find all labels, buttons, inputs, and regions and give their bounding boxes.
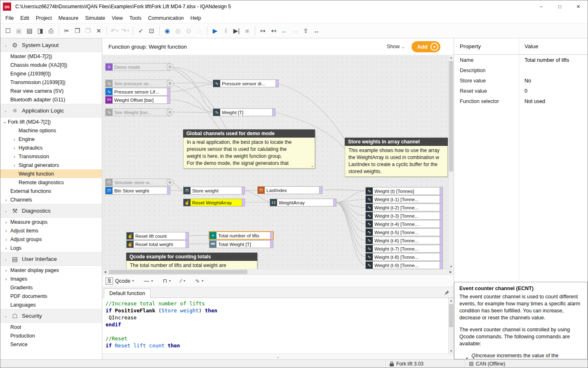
scroll-track[interactable] [108, 270, 448, 274]
stop-button[interactable]: ■ [242, 26, 252, 36]
channel-reset-weightarray[interactable]: ☝Reset WeightArray [183, 199, 245, 206]
measure-pause-button[interactable]: ◎ [173, 26, 183, 36]
navigate-forward-button[interactable]: → [290, 26, 300, 36]
sidebar-item-master-md4-7-2[interactable]: Master (MD4-7[2]) [0, 52, 102, 61]
jump-forward-button[interactable]: ↦ [258, 26, 268, 36]
channel-weight-t-8-tonne[interactable]: ∿Weight (t-8) [Tonne... [365, 253, 443, 261]
project-report-button[interactable]: ▤ [24, 26, 35, 36]
scroll-down-icon[interactable]: ▼ [449, 264, 454, 269]
close-button[interactable]: ✕ [569, 0, 588, 13]
chevron-down-icon[interactable]: ▾ [183, 279, 185, 283]
function-group-canvas[interactable]: ▲ ▼ ≡Demo mode⚙∿Sim pressure se...⚙∿Pres… [102, 55, 454, 269]
print-button[interactable]: ⎙ [46, 26, 56, 36]
sidebar-item-master-display-pages[interactable]: ›Master display pages [0, 266, 102, 274]
chevron-down-icon[interactable]: ▾ [169, 279, 171, 283]
qcode-tool-label[interactable]: Qcode [115, 278, 130, 284]
jump-back-button[interactable]: ↤ [268, 26, 279, 36]
play-button[interactable]: ▶ [210, 26, 220, 36]
new-file-button[interactable]: ☐ [3, 26, 13, 36]
sidebar-item-transmission-j1939-3[interactable]: Transmission (J1939[3]) [0, 78, 102, 87]
section-header-system-layout[interactable]: ⌄⚙System Layout [0, 38, 102, 52]
navigate-back-button[interactable]: ← [279, 26, 289, 36]
sidebar-item-root[interactable]: Root [0, 323, 102, 331]
channel-weight-t-1-tonne[interactable]: ∿Weight (t-1) [Tonne... [365, 195, 443, 203]
sidebar-item-images[interactable]: ›Images [0, 274, 102, 283]
delete-button[interactable]: ✕ [94, 26, 104, 36]
add-button[interactable]: Add + [412, 41, 440, 52]
scroll-thumb[interactable] [109, 270, 247, 274]
project-check-button[interactable]: ◨ [35, 26, 45, 36]
simulate-button[interactable]: ⊡ [146, 26, 157, 36]
channel-weight-t-5-tonne[interactable]: ∿Weight (t-5) [Tonne... [365, 228, 443, 236]
channel-reset-lift-count[interactable]: ☝Reset lift count [126, 232, 189, 240]
menu-tools[interactable]: Tools [126, 14, 145, 22]
menu-file[interactable]: File [2, 14, 17, 22]
channel-lastindex[interactable]: ⊓LastIndex [257, 186, 322, 194]
channel-reset-total-weight[interactable]: ☝Reset total weight [126, 240, 189, 248]
sidebar-item-engine[interactable]: ›Engine [0, 135, 102, 143]
menu-simulate[interactable]: Simulate [82, 14, 108, 22]
channel-total-weight-t[interactable]: MRTotal Weight [T] [209, 240, 273, 248]
sidebar-item-adjust-items[interactable]: ›Adjust items [0, 226, 102, 235]
sidebar-item-channels[interactable]: ›Channels [0, 195, 102, 204]
channel-weight-t-7-tonne[interactable]: ∿Weight (t-7) [Tonne... [365, 245, 443, 253]
section-header-application-logic[interactable]: ⌄⚛Application Logic [0, 104, 102, 117]
paste-button[interactable]: ❒ [83, 26, 93, 36]
sidebar-item-pdf-documents[interactable]: PDF documents [0, 292, 102, 300]
channel-weight-t[interactable]: ∿Weight [T] [213, 108, 275, 116]
redo-button[interactable]: ↷▾ [120, 26, 130, 36]
qcode-editor[interactable]: //Increase total number of liftsif Posit… [102, 298, 454, 354]
channel-weight-offset-bar[interactable]: 5.0Weight Offset [bar] [105, 96, 170, 104]
line-shape-tool[interactable]: — [144, 278, 149, 284]
scroll-thumb[interactable] [449, 61, 453, 171]
send-to-unit-button[interactable]: ⇧ [301, 26, 311, 36]
sidebar-item-adjust-groups[interactable]: ›Adjust groups [0, 235, 102, 244]
channel-pressure-sensor-lif[interactable]: ∿Pressure sensor Lif... [105, 88, 170, 96]
comment-store-weights-in-array-channel[interactable]: Store weights in array channelThis examp… [345, 138, 448, 177]
channel-weight-t-4-tonne[interactable]: ∿Weight (t-4) [Tonne... [365, 220, 443, 228]
channel-simulate-store-w[interactable]: ⊓Simulate store w...⚙ [105, 178, 170, 186]
sidebar-item-engine-j1939-0[interactable]: Engine (J1939[0]) [0, 69, 102, 78]
step-button[interactable]: ▶| [231, 26, 242, 36]
step-shape-tool[interactable]: ⊓ [163, 278, 167, 284]
sidebar-item-languages[interactable]: Languages [0, 300, 102, 309]
scroll-down-icon[interactable]: ▼ [449, 348, 454, 354]
channel-store-weight[interactable]: ⊓Store weight [183, 187, 245, 195]
section-header-diagnostics[interactable]: ⌄⚒Diagnostics [0, 204, 102, 218]
channel-weight-t-3-tonne[interactable]: ∿Weight (t-3) [Tonne... [365, 212, 443, 220]
sidebar-item-chassis-module-xa2-0[interactable]: Chassis module (XA2[0]) [0, 61, 102, 69]
code-vertical-scrollbar[interactable]: ▲ ▼ [448, 298, 454, 354]
sidebar-item-service[interactable]: Service [0, 340, 102, 349]
comment-qcode-example-for-counting-totals[interactable]: Qcode example for counting totalsThe tot… [126, 253, 257, 269]
scroll-track[interactable] [449, 60, 454, 264]
channel-sim-pressure-se[interactable]: ∿Sim pressure se...⚙ [105, 80, 170, 87]
channel-weight-t-9-tonne[interactable]: ∿Weight (t-9) [Tonne... [365, 261, 443, 269]
channel-total-number-of-lifts[interactable]: +Total number of lifts [209, 232, 273, 239]
panel-collapse-strip[interactable]: ⌄ [102, 354, 454, 359]
sidebar-item-logs[interactable]: ›Logs [0, 244, 102, 252]
property-row-function-selector[interactable]: Function selectorNot used [454, 96, 588, 106]
channel-weight-t-2-tonne[interactable]: ∿Weight (t-2) [Tonne... [365, 204, 443, 211]
property-row-description[interactable]: Description [454, 65, 588, 75]
sidebar-item-transmission[interactable]: ›Transmission [0, 152, 102, 161]
sidebar-item-signal-generators[interactable]: ›Signal generators [0, 161, 102, 169]
sidebar-item-weight-function[interactable]: Weight function [0, 169, 102, 178]
channel-pressure-sensor-di[interactable]: ∿Pressure sensor di... [213, 80, 279, 87]
cut-button[interactable]: ✂ [61, 26, 72, 36]
synchronize-button[interactable]: ↔ [311, 26, 322, 36]
channel-sim-weight-ton[interactable]: ∿Sim Weight [ton...⚙ [105, 108, 170, 116]
save-button[interactable]: ▣ [14, 26, 24, 36]
sidebar-item-machine-options[interactable]: Machine options [0, 126, 102, 135]
menu-help[interactable]: Help [187, 14, 205, 22]
chevron-down-icon[interactable]: ▾ [132, 279, 134, 283]
sidebar-item-rear-view-camera-sv[interactable]: Rear view camera (SV) [0, 87, 102, 95]
scroll-right-icon[interactable]: ▶ [448, 270, 454, 274]
channel-demo-mode[interactable]: ≡Demo mode⚙ [105, 63, 170, 71]
show-dropdown[interactable]: Show ⌄ [387, 44, 405, 49]
channel-weight-t-6-tonne[interactable]: ∿Weight (t-6) [Tonne... [365, 237, 443, 244]
code-text[interactable]: //Increase total number of liftsif Posit… [102, 298, 448, 354]
comment-global-channels-used-for-demo-mode[interactable]: Global channels used for demo modeIn a r… [183, 129, 315, 169]
menu-measure[interactable]: Measure [55, 14, 82, 22]
measure-record-button[interactable]: ⊙ [183, 26, 194, 36]
scroll-up-icon[interactable]: ▲ [449, 298, 454, 303]
